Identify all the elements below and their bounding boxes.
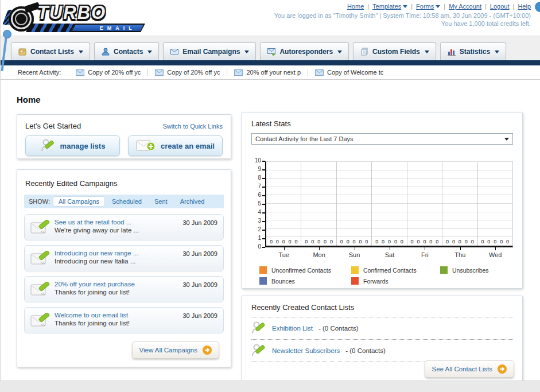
my-account-link[interactable]: My Account (449, 3, 481, 10)
chart-day-group: 00000 (442, 162, 477, 246)
chevron-down-icon (79, 51, 83, 53)
stats-period-value: Contact Activity for the Last 7 Days (255, 135, 353, 142)
contact-list-name-link[interactable]: Exhibition List (272, 325, 313, 332)
legend-swatch (440, 266, 448, 274)
manage-lists-button[interactable]: manage lists (25, 135, 120, 156)
chart-day-group: 00000 (266, 162, 301, 246)
campaign-filter-all-campaigns[interactable]: All Campaigns (53, 197, 104, 206)
tab-statistics[interactable]: Statistics (440, 42, 506, 60)
data-value-label: 0 (365, 239, 368, 244)
forms-link[interactable]: Forms (416, 3, 440, 10)
help-balloon-icon[interactable] (535, 2, 540, 12)
recent-activity-item[interactable]: 20% off your next p (227, 69, 308, 76)
y-axis-label: 2 (258, 227, 261, 232)
footer-strip (0, 381, 540, 392)
data-value-label: 0 (359, 239, 362, 244)
person-pencil-icon (40, 138, 55, 153)
tab-label: Contact Lists (30, 48, 74, 56)
tab-contact-lists[interactable]: Contact Lists (11, 42, 90, 60)
data-value-label: 0 (429, 239, 432, 244)
x-axis-label: Wed (478, 247, 513, 258)
turbo-email-logo[interactable]: TURBO EMAIL (5, 2, 149, 34)
tab-email-campaigns[interactable]: Email Campaigns (163, 42, 256, 60)
data-value-label: 0 (481, 239, 484, 244)
legend-item: Bounces (259, 277, 351, 285)
envelope-icon (315, 69, 324, 76)
recent-activity-item[interactable]: Copy of Welcome tc (308, 69, 390, 76)
legend-swatch (351, 266, 359, 274)
day-label-text: Thu (454, 251, 465, 258)
chevron-down-icon (337, 51, 342, 53)
logout-link[interactable]: Logout (490, 3, 510, 10)
x-axis-tick (355, 247, 355, 250)
envelope-icon (155, 69, 164, 76)
recent-activity-label: Recent Activity: (18, 69, 61, 76)
legend-swatch (259, 266, 267, 274)
data-value-label: 0 (401, 239, 403, 244)
tab-custom-fields[interactable]: Custom Fields (353, 42, 436, 60)
data-value-label: 0 (506, 239, 509, 244)
y-axis-label: 6 (258, 192, 261, 198)
contact-list-count: - (0 Contacts) (318, 325, 359, 332)
tab-autoresponders[interactable]: Autoresponders (260, 42, 349, 60)
data-value-label: 0 (295, 239, 298, 244)
help-link[interactable]: Help (518, 3, 531, 10)
day-label-text: Sun (349, 251, 360, 258)
campaign-subtitle: Introducing our new Italia ... (55, 258, 218, 265)
campaign-row[interactable]: Welcome to our email list Thanks for joi… (24, 307, 224, 333)
x-axis-tick (425, 247, 425, 250)
campaign-row[interactable]: Introducing our new range ... Introducin… (24, 245, 224, 271)
x-axis-label: Fri (407, 247, 442, 258)
see-all-contact-lists-button[interactable]: See All Contact Lists (425, 360, 514, 378)
contact-list-item[interactable]: Newsletter Subscribers - (0 Contacts) (251, 340, 513, 362)
data-value-label: 0 (311, 239, 314, 244)
campaign-filter-sent[interactable]: Sent (149, 197, 173, 206)
recent-activity-item[interactable]: Copy of 20% off yc (147, 69, 227, 76)
contact-list-name-link[interactable]: Newsletter Subscribers (272, 347, 340, 354)
link-separator: | (444, 3, 445, 10)
data-value-label: 0 (446, 239, 449, 244)
home-link[interactable]: Home (347, 3, 364, 10)
show-label: SHOW: (29, 198, 50, 205)
day-label-text: Tue (278, 251, 289, 258)
campaigns-title: Recently Edited Campaigns (25, 179, 223, 188)
tab-label: Contacts (114, 48, 143, 56)
stats-period-select[interactable]: Contact Activity for the Last 7 Days (251, 133, 513, 145)
contact-list-items: Exhibition List - (0 Contacts) Newslette… (251, 317, 513, 362)
filters: All CampaignsScheduledSentArchived (53, 197, 209, 206)
legend-label: Forwards (363, 278, 389, 285)
legend-label: Unsubscribes (452, 267, 489, 274)
y-axis-label: 8 (258, 175, 261, 181)
data-value-label: 0 (330, 239, 333, 244)
logo-email-text: EMAIL (100, 25, 136, 31)
tab-contacts[interactable]: Contacts (94, 42, 159, 60)
campaign-filter-scheduled[interactable]: Scheduled (107, 197, 147, 206)
switch-quick-links-link[interactable]: Switch to Quick Links (162, 123, 223, 130)
chevron-down-icon (147, 51, 152, 53)
view-all-campaigns-button[interactable]: View All Campaigns (132, 341, 219, 359)
legend-item: Forwards (351, 277, 440, 285)
chart-day-group: 00000 (372, 162, 407, 246)
campaign-filter-archived[interactable]: Archived (175, 197, 210, 206)
envelope-pencil-icon (30, 220, 50, 236)
data-value-label: 0 (382, 239, 384, 244)
recent-activity-item[interactable]: Copy of 20% off yc (69, 69, 147, 76)
activity-item-label: 20% off your next p (246, 69, 301, 76)
data-value-label: 0 (270, 239, 273, 244)
contact-list-item[interactable]: Exhibition List - (0 Contacts) (251, 317, 513, 340)
chevron-down-icon (425, 51, 429, 53)
campaign-date: 30 Jun 2009 (182, 281, 217, 288)
templates-link[interactable]: Templates (372, 3, 407, 10)
pin-icon[interactable] (3, 30, 11, 38)
y-axis-label: 5 (258, 201, 261, 207)
campaign-row[interactable]: 20% off your next purchase Thanks for jo… (24, 276, 224, 302)
chevron-down-icon (244, 51, 249, 53)
contact-list-count: - (0 Contacts) (345, 347, 386, 354)
y-axis-label: 4 (258, 209, 261, 215)
campaign-row[interactable]: See us at the retail food ... We're givi… (24, 214, 224, 240)
create-email-button[interactable]: create an email (128, 135, 223, 156)
tab-label: Custom Fields (372, 48, 420, 56)
campaign-date: 30 Jun 2009 (182, 312, 217, 319)
day-label-text: Mon (313, 251, 325, 258)
data-value-label: 0 (471, 239, 474, 244)
